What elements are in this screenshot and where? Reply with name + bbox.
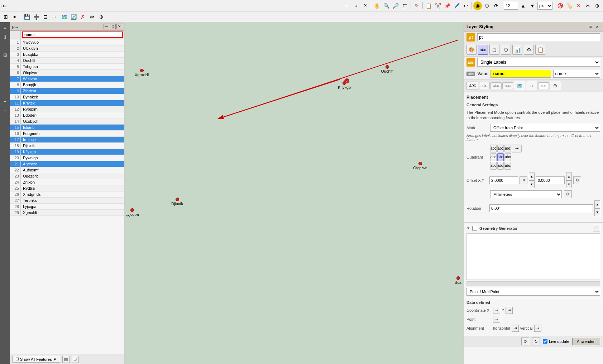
move-icon[interactable]: ↔ xyxy=(51,13,59,21)
table-row[interactable]: 13 Bdodenl xyxy=(10,112,124,118)
info-icon[interactable]: ℹ xyxy=(1,33,9,41)
save-icon[interactable]: 💾 xyxy=(23,13,31,21)
filter-icon[interactable]: ⊟ xyxy=(41,13,50,21)
table-row[interactable]: 29 Xgmxldi xyxy=(10,210,124,216)
table-view-btn[interactable]: ▤ xyxy=(62,356,70,363)
tab-abc-shadow[interactable]: abc xyxy=(490,82,501,89)
zoom-in-icon[interactable]: 🔍 xyxy=(382,1,391,10)
table-row[interactable]: 16 Fdugmeh xyxy=(10,131,124,137)
refresh-styling-btn[interactable]: ↺ xyxy=(521,338,529,345)
style-3d-icon[interactable]: ⬡ xyxy=(501,45,511,55)
live-update-checkbox[interactable] xyxy=(543,339,547,344)
table-row[interactable]: 21 Aryeazo xyxy=(10,161,124,167)
table-row[interactable]: 1 Ywcyvuo xyxy=(10,39,124,45)
extra-icon[interactable]: ⊕ xyxy=(593,1,602,10)
plus-icon[interactable]: + xyxy=(1,97,9,105)
panel-maximize-btn[interactable]: □ xyxy=(110,24,116,29)
table-row[interactable]: 4 Ouchlff xyxy=(10,58,124,64)
style-fields-icon[interactable]: ⚙ xyxy=(524,45,534,55)
table-row[interactable]: 11 Krlvjex xyxy=(10,100,124,106)
split-icon[interactable]: ✂ xyxy=(584,1,592,10)
styling-panel-float-btn[interactable]: ⊞ xyxy=(588,24,594,30)
q-bot-left[interactable]: abc xyxy=(490,162,497,170)
tool4-icon[interactable]: 🖊️ xyxy=(452,1,461,10)
unit-select[interactable]: px mm xyxy=(537,2,552,10)
style-abc-icon[interactable]: abc xyxy=(478,45,488,55)
delete-icon[interactable]: ✕ xyxy=(574,1,583,10)
point-field-btn[interactable]: ⇥ xyxy=(493,316,500,323)
geometry-generator-checkbox[interactable] xyxy=(472,226,477,231)
style-source-icon[interactable]: 🎨 xyxy=(466,45,477,55)
table-row[interactable]: 3 Bcaqbkz xyxy=(10,52,124,58)
geometry-type-select[interactable]: Point / MultiPoint Line / MultiLine Poly… xyxy=(466,288,600,296)
coordinate-y-field-btn[interactable]: ⇥ xyxy=(506,307,513,314)
coordinate-x-field-btn[interactable]: ⇥ xyxy=(493,307,500,314)
invert-icon[interactable]: ⇄ xyxy=(88,13,96,21)
geometry-expression-area[interactable] xyxy=(466,233,600,280)
table-row[interactable]: 14 Oxobych xyxy=(10,118,124,125)
alignment-v-btn[interactable]: ⇥ xyxy=(534,325,541,332)
style-diagram-icon[interactable]: 📊 xyxy=(512,45,522,55)
offset-x-up[interactable]: ▲ xyxy=(529,173,535,180)
table-row[interactable]: 9 Zfqdcht xyxy=(10,88,124,94)
tb2-expand[interactable]: ▶ xyxy=(11,13,19,21)
q-top-center[interactable]: abc xyxy=(497,145,504,152)
table-row[interactable]: 7 Weitvhn xyxy=(10,76,124,82)
q-mid-left[interactable]: abc xyxy=(490,153,497,161)
scale-down-icon[interactable]: ▼ xyxy=(528,1,537,10)
extra2-icon[interactable]: ⊕ xyxy=(97,13,106,21)
name-value-input[interactable] xyxy=(490,70,551,78)
styling-panel-close-btn[interactable]: ✕ xyxy=(594,24,600,30)
maximize-btn[interactable]: □ xyxy=(351,1,360,10)
q-top-right[interactable]: abc xyxy=(504,145,511,152)
table-row[interactable]: 12 Rvbgxrh xyxy=(10,106,124,112)
geometry-options-btn[interactable]: ⋯ xyxy=(593,225,600,232)
table-row[interactable]: 17 Irmlocjk xyxy=(10,137,124,143)
tool5-icon[interactable]: ↩ xyxy=(461,1,470,10)
panel-close-btn[interactable]: ✕ xyxy=(116,24,122,29)
geometry-scrollbar[interactable] xyxy=(466,281,600,286)
close-btn[interactable]: ✕ xyxy=(361,1,369,10)
offset-unit-select[interactable]: Millimeters Pixels Points xyxy=(490,190,562,198)
q-mid-center[interactable]: abc xyxy=(497,153,504,161)
labels-mode-select[interactable]: Single Labels No Labels Rule-based Label… xyxy=(477,58,600,67)
tab-abc-style[interactable]: abc xyxy=(466,82,478,89)
panel-minimize-btn[interactable]: — xyxy=(104,24,109,29)
q-bot-center[interactable]: abc xyxy=(497,162,504,170)
vertex-icon[interactable]: ⬡ xyxy=(483,1,491,10)
apply-btn[interactable]: Anwenden xyxy=(572,338,600,345)
snap-icon[interactable]: 🎯 xyxy=(556,1,564,10)
edit-icon[interactable]: ✎ xyxy=(412,1,421,10)
table-row[interactable]: 8 Bhuqtjk xyxy=(10,82,124,88)
label-icon[interactable]: 🏷️ xyxy=(565,1,574,10)
layer-panel-icon[interactable]: ≡ xyxy=(1,24,9,31)
minus-icon[interactable]: − xyxy=(1,107,9,115)
q-top-left[interactable]: abc xyxy=(490,145,497,152)
tool3-icon[interactable]: 📌 xyxy=(443,1,451,10)
table-row[interactable]: 6 Ofcpiwn xyxy=(10,70,124,76)
q-arrow-icon[interactable]: ⇥ xyxy=(512,145,522,152)
q-bot-right[interactable]: abc xyxy=(504,162,511,170)
tab-map-icon[interactable]: 🗺️ xyxy=(514,81,525,90)
tab-abc-strikethrough[interactable]: abc xyxy=(479,82,490,89)
add-layer-icon[interactable]: ➕ xyxy=(32,13,40,21)
offset-x-down[interactable]: ▼ xyxy=(529,180,535,188)
style-mask-icon[interactable]: ◻ xyxy=(489,45,499,55)
table-row[interactable]: 27 Terbhks xyxy=(10,198,124,204)
deselect-icon[interactable]: ✗ xyxy=(78,13,87,21)
scale-up-icon[interactable]: ▲ xyxy=(519,1,527,10)
table-row[interactable]: 10 Eynokeb xyxy=(10,94,124,100)
rotate-icon[interactable]: ⟳ xyxy=(492,1,501,10)
offset-y-input[interactable] xyxy=(536,176,565,184)
q-mid-right[interactable]: abc xyxy=(504,153,511,161)
tool1-icon[interactable]: 📋 xyxy=(424,1,433,10)
rotation-up[interactable]: ▲ xyxy=(594,200,600,208)
undo-styling-btn[interactable]: ↻ xyxy=(532,338,540,345)
pan-icon[interactable]: ✋ xyxy=(373,1,381,10)
style-props-icon[interactable]: 📋 xyxy=(535,45,545,55)
scale-input[interactable] xyxy=(504,2,518,10)
tab-balloon-icon[interactable]: ○ xyxy=(526,81,537,90)
offset-x-clear-btn[interactable]: ✕ xyxy=(520,176,527,184)
tab-abc-white[interactable]: abc xyxy=(538,82,549,89)
tb2-icon1[interactable]: ⊞ xyxy=(1,13,10,21)
